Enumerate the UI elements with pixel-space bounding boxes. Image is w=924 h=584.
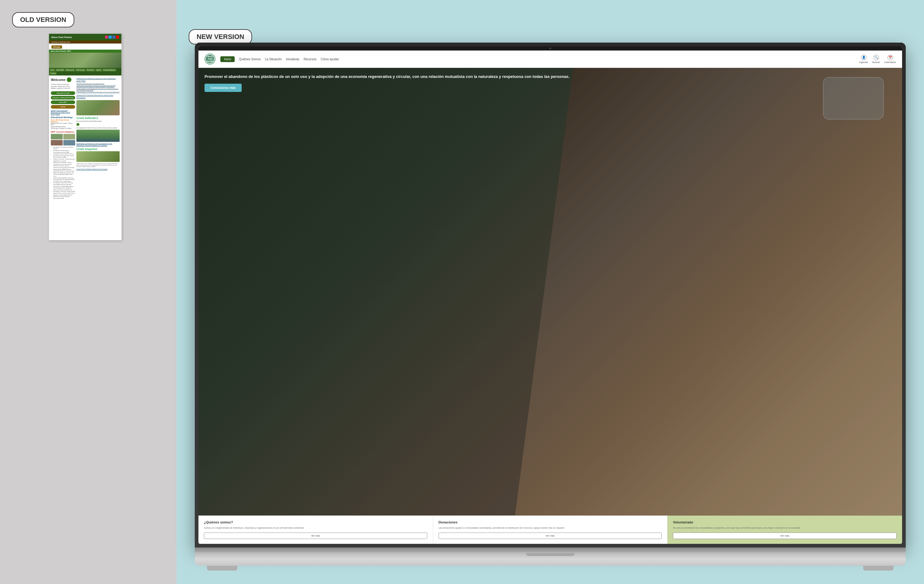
old-creek-article: Conodoguinet Creek the focus of new citi… — [76, 127, 120, 129]
old-img-4 — [63, 140, 75, 145]
laptop-camera — [549, 48, 551, 49]
user-icon: 👤 — [861, 55, 866, 60]
old-welcome-heading: Welcome — [51, 77, 75, 82]
old-header: Move Past Plastic — [49, 34, 121, 40]
site-nav: MovePastPlastic Inicio Quiénes Somos La … — [198, 51, 902, 68]
old-menu-pyb[interactable]: PYB Groups — [75, 68, 86, 71]
laptop-hinge — [195, 548, 906, 553]
nav-recursos[interactable]: Recursos — [304, 58, 316, 61]
nav-situacion[interactable]: La Situación — [265, 58, 282, 61]
old-initiatives-title: MPP Current Initiatives — [51, 131, 75, 133]
new-version-badge: NEW VERSION — [189, 29, 252, 45]
instagram-icon — [105, 36, 108, 39]
left-panel: OLD VERSION Move Past Plastic Leading a … — [0, 0, 177, 584]
old-donate-btn[interactable]: Donate — [51, 45, 62, 49]
hero-cta-btn[interactable]: Conózcanos más — [205, 84, 242, 92]
search-icon: 🔍 — [873, 55, 879, 60]
old-dog-image — [76, 100, 120, 115]
old-event-title: Navy Working Group Meeting — [51, 119, 75, 123]
nav-iniciativas[interactable]: Iniciativas — [286, 58, 299, 61]
twitter-icon — [109, 36, 112, 39]
laptop-body: MovePastPlastic Inicio Quiénes Somos La … — [195, 43, 906, 548]
nav-como[interactable]: Cómo ayudar — [321, 58, 339, 61]
old-more-past-plastic: More Past Plastic, MPP — [49, 49, 121, 53]
old-hero-image — [49, 53, 121, 68]
old-circle-logo — [67, 77, 71, 82]
old-event-date: Monday, June 17th, onsite: 7:00 pm EST — [51, 123, 75, 126]
facebook-icon — [112, 36, 116, 39]
old-snapshot-image — [76, 151, 120, 162]
old-donate-btn-2[interactable]: Donate — [51, 105, 75, 109]
card-3-text: No solo se benefician las comunidades y … — [673, 526, 897, 530]
laptop-foot-right — [863, 566, 894, 571]
nav-actions: 👤 Ingresar 🔍 Buscar 📅 Calendario — [859, 55, 896, 64]
old-subscribe-btn[interactable]: Subscribe to Email — [51, 91, 75, 95]
old-creek-logo — [76, 123, 79, 126]
old-about-btn[interactable]: About MPP — [51, 101, 75, 104]
nav-logo-circle: MovePastPlastic — [205, 54, 216, 64]
card-1-btn[interactable]: Ver más — [204, 533, 427, 539]
nav-calendario[interactable]: 📅 Calendario — [884, 55, 896, 64]
old-images-grid — [51, 134, 75, 145]
nav-logo-inner: MovePastPlastic — [206, 55, 214, 63]
nav-logo-text: MovePastPlastic — [207, 55, 214, 63]
nav-inicio[interactable]: Inicio — [220, 56, 235, 62]
card-2-text: Las donaciones ayudan a comunidades nece… — [439, 526, 662, 530]
old-menu-about[interactable]: About MPP — [55, 68, 65, 71]
nav-buscar[interactable]: 🔍 Buscar — [872, 55, 880, 64]
old-pollution-link[interactable]: Local Chronic Pollution Report from Face… — [76, 168, 120, 170]
old-left-col: Welcome "Antonio Gramsci famously import… — [51, 77, 75, 199]
nav-links: Inicio Quiénes Somos La Situación Inicia… — [220, 56, 854, 62]
old-creek-title: Creek Defenders — [76, 117, 120, 120]
old-edu-title: Educational Meetings — [51, 116, 75, 119]
nav-ingresar[interactable]: 👤 Ingresar — [859, 55, 868, 64]
old-menu-what[interactable]: What we do — [65, 68, 75, 71]
old-menu-wellness[interactable]: Societal Wellness — [102, 68, 116, 71]
old-menu-contact[interactable]: Contact — [50, 72, 57, 75]
old-img-1 — [51, 134, 63, 139]
calendar-icon: 📅 — [888, 55, 893, 60]
laptop-trackpad-notch — [526, 553, 574, 556]
old-menu-inicio[interactable]: Inicio — [50, 68, 55, 71]
old-tagline-bar: Leading a helping hand. — [49, 40, 121, 43]
card-2-title: Donaciones — [439, 520, 662, 524]
laptop-foot-left — [207, 566, 238, 571]
card-quienes: ¿Quiénes somos? Somos un conglomerado de… — [198, 516, 433, 544]
card-3-title: Voluntariado — [673, 520, 897, 524]
card-2-btn[interactable]: Ver más — [439, 533, 662, 539]
old-schedule-btn[interactable]: Shedule a meeting with Tomás — [51, 96, 75, 99]
laptop-screen: MovePastPlastic Inicio Quiénes Somos La … — [198, 46, 902, 544]
old-snapshot-title: Creek Snapshot — [76, 148, 120, 151]
laptop-feet-row — [195, 566, 906, 571]
old-right-col: Celebrate (your teacher) by giving your … — [76, 77, 120, 199]
old-img-2 — [63, 134, 75, 139]
old-creek-image — [76, 130, 120, 142]
right-panel: NEW VERSION MovePastPlastic — [177, 0, 924, 584]
old-menu-prev[interactable]: Prevention — [86, 68, 95, 71]
nav-quienes[interactable]: Quiénes Somos — [239, 58, 261, 61]
hero-content: Promover el abandono de los plásticos de… — [205, 74, 592, 92]
nav-logo: MovePastPlastic — [205, 54, 216, 64]
card-1-title: ¿Quiénes somos? — [204, 520, 427, 524]
old-quote: "Antonio Gramsci famously imported: 'Pes… — [51, 83, 75, 89]
old-menu-update[interactable]: Update — [95, 68, 102, 71]
old-version-badge: OLD VERSION — [12, 12, 74, 27]
old-menu-bar: Inicio About MPP What we do PYB Groups P… — [49, 68, 121, 76]
card-voluntariado: Voluntariado No solo se benefician las c… — [667, 516, 902, 544]
old-website-frame: Move Past Plastic Leading a helping hand… — [49, 33, 122, 241]
old-img-3 — [51, 140, 63, 145]
old-resources-link[interactable]: Tackling SUP Community Resources for Sou… — [51, 110, 75, 115]
hero-section: Promover el abandono de los plásticos de… — [198, 68, 902, 516]
old-creek-subtitle: An environmental stewardship project — [76, 120, 120, 122]
old-social-icons — [105, 36, 119, 39]
cards-section: ¿Quiénes somos? Somos un conglomerado de… — [198, 516, 902, 544]
card-3-btn[interactable]: Ver más — [673, 533, 897, 539]
hero-title: Promover el abandono de los plásticos de… — [205, 74, 592, 79]
old-content: Welcome "Antonio Gramsci famously import… — [49, 76, 121, 201]
laptop-container: MovePastPlastic Inicio Quiénes Somos La … — [195, 43, 906, 566]
card-donaciones: Donaciones Las donaciones ayudan a comun… — [433, 516, 668, 544]
old-snapshot-desc: • Add a photo, news, pollution, and wate… — [76, 163, 120, 167]
old-right-links: Celebrate (your teacher) by giving your … — [76, 77, 120, 99]
old-event-address: 120 W High St, Easton, PA 18042 — [51, 128, 75, 130]
old-creek-link[interactable]: Identification of Pollutants in the Cono… — [76, 143, 120, 146]
